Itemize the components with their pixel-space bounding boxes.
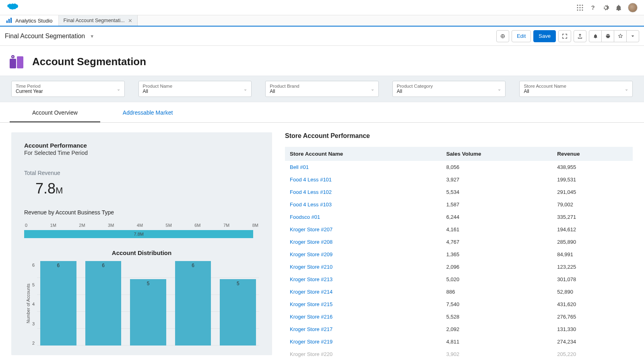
distribution-bar[interactable]: 5 <box>220 279 256 346</box>
table-row: Bell #018,056438,955 <box>285 161 633 173</box>
svg-rect-11 <box>8 19 10 23</box>
hbar-fill[interactable]: 7.8M <box>24 230 253 238</box>
fullscreen-icon[interactable] <box>558 30 571 42</box>
gear-icon[interactable] <box>602 4 609 11</box>
store-name-link[interactable]: Kroger Store #209 <box>285 248 442 261</box>
distribution-bar[interactable]: 6 <box>85 261 122 346</box>
store-performance-panel: Store Account Performance Store Account … <box>285 132 633 360</box>
app-launcher-icon[interactable] <box>576 4 584 11</box>
sub-tab-final-account-segmentation[interactable]: Final Account Segmentati... ✕ <box>59 15 138 26</box>
store-name-link[interactable]: Foodsco #01 <box>285 211 442 223</box>
filter-time-period[interactable]: Time PeriodCurrent Year ⌄ <box>11 81 125 97</box>
distribution-title: Account Distribution <box>24 249 259 256</box>
store-name-link[interactable]: Kroger Store #208 <box>285 236 442 248</box>
tab-addressable-market[interactable]: Addressable Market <box>100 104 196 122</box>
favorite-star-icon[interactable] <box>614 30 627 42</box>
sales-volume-cell: 7,540 <box>442 298 553 311</box>
table-row: Kroger Store #21488652,890 <box>285 286 633 298</box>
avatar[interactable] <box>628 3 638 12</box>
svg-point-3 <box>577 7 578 8</box>
col-sales-volume[interactable]: Sales Volume <box>442 147 553 161</box>
store-name-link[interactable]: Kroger Store #216 <box>285 311 442 323</box>
store-name-link[interactable]: Food 4 Less #103 <box>285 198 442 211</box>
distribution-bar[interactable]: 6 <box>175 261 211 346</box>
table-row: Food 4 Less #1013,927199,531 <box>285 173 633 186</box>
filter-store-account-name[interactable]: Store Account NameAll ⌄ <box>519 81 633 97</box>
save-button[interactable]: Save <box>533 30 556 42</box>
close-tab-icon[interactable]: ✕ <box>128 18 132 24</box>
store-name-link[interactable]: Kroger Store #214 <box>285 286 442 298</box>
filter-product-category[interactable]: Product CategoryAll ⌄ <box>392 81 506 97</box>
hbar-tick: 4M <box>137 223 143 228</box>
distribution-bar-value: 5 <box>147 281 150 286</box>
hbar-tick: 6M <box>194 223 200 228</box>
sales-volume-cell: 4,767 <box>442 236 553 248</box>
print-icon[interactable] <box>601 30 614 42</box>
store-name-link[interactable]: Kroger Store #217 <box>285 323 442 335</box>
filter-product-brand[interactable]: Product BrandAll ⌄ <box>265 81 379 97</box>
more-dropdown-icon[interactable] <box>626 30 639 42</box>
dist-ytick: 2 <box>32 341 35 346</box>
edit-button[interactable]: Edit <box>512 30 531 42</box>
distribution-ylabel: Number of Accounts <box>24 261 32 346</box>
tab-account-overview[interactable]: Account Overview <box>10 104 100 122</box>
store-name-link[interactable]: Kroger Store #219 <box>285 335 442 348</box>
store-name-link[interactable]: Kroger Store #215 <box>285 298 442 311</box>
sales-volume-cell: 5,534 <box>442 186 553 198</box>
dashboard-title: Account Segmentation <box>32 56 146 68</box>
workspace-tab-analytics[interactable]: Analytics Studio <box>0 15 59 26</box>
dashboard-icon <box>8 53 25 70</box>
share-icon[interactable] <box>574 30 586 42</box>
revenue-cell: 291,045 <box>552 186 633 198</box>
filter-label: Product Name <box>143 84 173 88</box>
revenue-cell: 335,271 <box>552 211 633 223</box>
store-name-link[interactable]: Food 4 Less #101 <box>285 173 442 186</box>
chevron-down-icon: ⌄ <box>244 86 247 92</box>
store-name-link[interactable]: Food 4 Less #102 <box>285 186 442 198</box>
col-store-name[interactable]: Store Account Name <box>285 147 442 161</box>
filter-label: Time Period <box>16 84 43 88</box>
sales-volume-cell: 3,927 <box>442 173 553 186</box>
subscribe-bell-icon[interactable] <box>589 30 602 42</box>
filter-value: All <box>143 88 173 94</box>
chevron-down-icon: ⌄ <box>625 86 628 92</box>
dist-ytick: 4 <box>32 302 35 306</box>
store-name-link[interactable]: Kroger Store #213 <box>285 273 442 286</box>
total-revenue-value: 7.8M <box>35 180 259 197</box>
help-icon[interactable]: ? <box>589 4 597 11</box>
sales-volume-cell: 8,056 <box>442 161 553 173</box>
sales-volume-cell: 2,092 <box>442 323 553 335</box>
store-name-link[interactable]: Kroger Store #207 <box>285 223 442 236</box>
sales-volume-cell: 2,096 <box>442 261 553 273</box>
global-header: ? <box>0 0 644 15</box>
filter-label: Product Brand <box>270 84 299 88</box>
table-row: Food 4 Less #1025,534291,045 <box>285 186 633 198</box>
store-name-link[interactable]: Kroger Store #210 <box>285 261 442 273</box>
explore-button-icon[interactable] <box>496 30 509 42</box>
distribution-bar[interactable]: 5 <box>130 279 166 346</box>
svg-rect-12 <box>10 18 12 23</box>
revenue-cell: 301,078 <box>552 273 633 286</box>
revenue-cell: 438,955 <box>552 161 633 173</box>
sales-volume-cell: 1,587 <box>442 198 553 211</box>
notification-bell-icon[interactable] <box>615 4 622 11</box>
table-row: Kroger Store #2194,811274,234 <box>285 335 633 348</box>
distribution-bar-value: 6 <box>102 263 105 268</box>
page-title-dropdown-icon[interactable]: ▼ <box>90 34 94 39</box>
dist-ytick: 5 <box>32 282 35 287</box>
revenue-cell: 276,765 <box>552 311 633 323</box>
revenue-cell: 199,531 <box>552 173 633 186</box>
distribution-bar[interactable]: 6 <box>40 261 76 346</box>
svg-point-8 <box>582 9 583 10</box>
svg-point-7 <box>579 9 580 10</box>
store-name-link[interactable]: Bell #01 <box>285 161 442 173</box>
col-revenue[interactable]: Revenue <box>552 147 633 161</box>
filter-product-name[interactable]: Product NameAll ⌄ <box>138 81 252 97</box>
svg-point-5 <box>582 7 583 8</box>
table-row: Kroger Store #2157,540431,620 <box>285 298 633 311</box>
sales-volume-cell: 5,528 <box>442 311 553 323</box>
store-performance-title: Store Account Performance <box>285 132 633 140</box>
store-name-link[interactable]: Kroger Store #220 <box>285 348 442 360</box>
salesforce-logo-icon[interactable] <box>3 2 19 12</box>
page-name[interactable]: Final Account Segmentation ▼ <box>5 33 94 40</box>
